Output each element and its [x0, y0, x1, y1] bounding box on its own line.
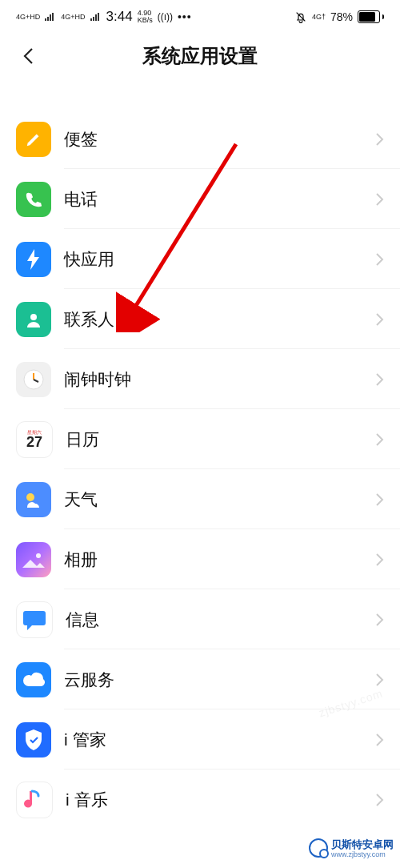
status-right: 4G† 78%: [294, 10, 384, 23]
signal-bars-icon: [90, 12, 102, 22]
signal-bars-icon: [45, 12, 56, 22]
chevron-right-icon: [374, 311, 384, 328]
quickapp-icon: [16, 242, 51, 277]
more-icon: •••: [178, 10, 192, 23]
chevron-right-icon: [374, 732, 384, 748]
status-bar: 4G+HD 4G+HD 3:44 4.90 KB/s ((ı)) ••• 4G†…: [0, 0, 400, 34]
clock-time: 3:44: [106, 9, 133, 25]
chevron-right-icon: [374, 792, 384, 808]
chevron-right-icon: [374, 372, 384, 388]
row-contacts[interactable]: 联系人: [0, 289, 400, 349]
chevron-right-icon: [374, 251, 384, 267]
page-title: 系统应用设置: [0, 43, 400, 69]
clock-icon: [16, 362, 51, 397]
cloud-icon: [16, 662, 51, 697]
row-weather[interactable]: 天气: [0, 469, 400, 529]
contacts-icon: [16, 302, 51, 337]
row-label: i 音乐: [66, 789, 374, 811]
row-label: 联系人: [64, 308, 374, 331]
back-button[interactable]: [18, 45, 40, 67]
row-calendar[interactable]: 星期六 27 日历: [0, 409, 400, 469]
message-icon: [16, 601, 53, 638]
hotspot-icon: ((ı)): [158, 11, 173, 22]
watermark-icon: [309, 838, 328, 858]
row-label: 云服务: [64, 669, 374, 691]
manager-icon: [16, 722, 51, 757]
calendar-icon: 星期六 27: [16, 421, 53, 458]
album-icon: [16, 542, 51, 577]
watermark: 贝斯特安卓网 www.zjbstyy.com: [309, 838, 394, 858]
status-left: 4G+HD 4G+HD 3:44 4.90 KB/s ((ı)) •••: [16, 9, 192, 25]
chevron-right-icon: [374, 672, 384, 688]
row-phone[interactable]: 电话: [0, 169, 400, 229]
nav-bar: 系统应用设置: [0, 34, 400, 78]
row-label: 电话: [64, 188, 374, 211]
row-message[interactable]: 信息: [0, 589, 400, 649]
signal-2: 4G+HD: [61, 14, 85, 21]
chevron-right-icon: [374, 131, 384, 147]
row-label: 信息: [66, 609, 374, 631]
row-label: 相册: [64, 549, 374, 571]
row-quickapp[interactable]: 快应用: [0, 229, 400, 289]
svg-point-0: [30, 314, 37, 320]
svg-point-2: [26, 493, 34, 501]
battery-icon: [358, 10, 384, 23]
row-notes[interactable]: 便签: [0, 109, 400, 169]
watermark-brand: 贝斯特安卓网: [331, 838, 394, 850]
net-type: 4G†: [312, 14, 326, 21]
settings-list: 便签 电话 快应用 联系人 闹钟时钟 星期六 27 日历: [0, 109, 400, 830]
phone-icon: [16, 182, 51, 217]
row-label: 快应用: [64, 248, 374, 271]
notes-icon: [16, 122, 51, 157]
chevron-right-icon: [374, 552, 384, 568]
row-manager[interactable]: i 管家: [0, 709, 400, 770]
svg-point-3: [36, 553, 41, 558]
dnd-bell-icon: [294, 10, 307, 23]
weather-icon: [16, 482, 51, 517]
row-music[interactable]: i 音乐: [0, 770, 400, 830]
net-speed: 4.90 KB/s: [138, 10, 153, 24]
chevron-right-icon: [374, 492, 384, 508]
music-icon: [16, 782, 53, 818]
row-album[interactable]: 相册: [0, 529, 400, 589]
row-label: i 管家: [64, 729, 374, 751]
signal-1: 4G+HD: [16, 14, 40, 21]
row-label: 天气: [64, 488, 374, 511]
row-label: 便签: [64, 128, 374, 151]
row-clock[interactable]: 闹钟时钟: [0, 349, 400, 409]
row-label: 日历: [66, 428, 374, 451]
chevron-right-icon: [374, 191, 384, 207]
battery-percent: 78%: [330, 10, 353, 23]
watermark-url: www.zjbstyy.com: [331, 850, 394, 858]
chevron-right-icon: [374, 612, 384, 628]
chevron-left-icon: [22, 46, 36, 66]
chevron-right-icon: [374, 432, 384, 448]
row-label: 闹钟时钟: [64, 368, 374, 391]
